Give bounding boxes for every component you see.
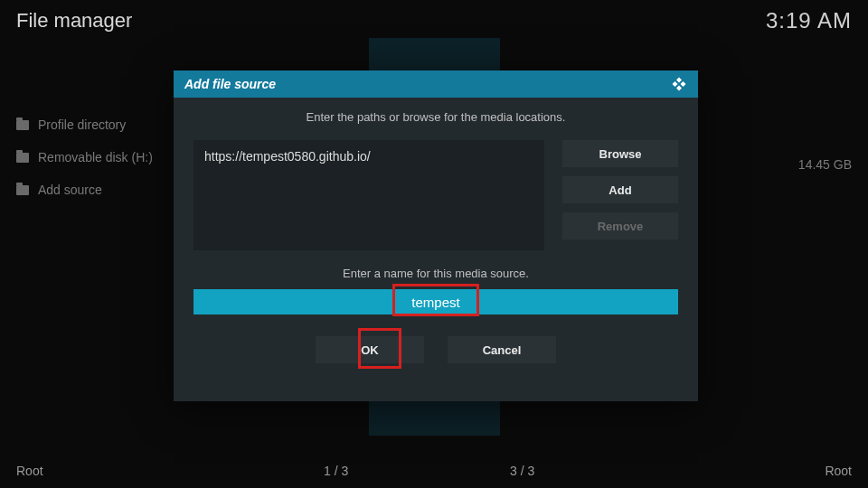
sidebar-item-profile-directory[interactable]: Profile directory [0, 108, 172, 141]
remove-button[interactable]: Remove [562, 212, 678, 239]
sidebar-item-label: Removable disk (H:) [38, 150, 153, 164]
path-input[interactable]: https://tempest0580.github.io/ [193, 140, 544, 250]
ok-button[interactable]: OK [316, 336, 424, 363]
folder-icon [16, 120, 29, 130]
footer-right-label: Root [825, 464, 852, 478]
path-button-column: Browse Add Remove [562, 140, 678, 250]
folder-icon [16, 185, 29, 195]
path-instruction: Enter the paths or browse for the media … [193, 110, 678, 124]
clock: 3:19 AM [766, 8, 852, 33]
cancel-button[interactable]: Cancel [448, 336, 556, 363]
page-title: File manager [16, 9, 132, 33]
add-button[interactable]: Add [562, 176, 678, 203]
dialog-title: Add file source [184, 77, 276, 91]
left-file-panel: Profile directory Removable disk (H:) Ad… [0, 108, 172, 206]
sidebar-item-add-source[interactable]: Add source [0, 174, 172, 206]
dialog-header: Add file source [174, 70, 698, 98]
sidebar-item-label: Add source [38, 183, 102, 197]
footer-bar: Root 1 / 3 3 / 3 Root [0, 459, 868, 483]
folder-icon [16, 153, 29, 163]
top-bar: File manager 3:19 AM [0, 0, 868, 36]
name-instruction: Enter a name for this media source. [193, 267, 678, 280]
sidebar-item-label: Profile directory [38, 117, 126, 132]
add-file-source-dialog: Add file source Enter the paths or brows… [174, 70, 698, 401]
disk-size-label: 14.45 GB [798, 157, 852, 172]
sidebar-item-removable-disk[interactable]: Removable disk (H:) [0, 141, 172, 174]
dialog-body: Enter the paths or browse for the media … [174, 98, 698, 380]
footer-counter-left: 1 / 3 [324, 464, 510, 478]
source-name-input[interactable] [193, 289, 678, 314]
browse-button[interactable]: Browse [562, 140, 678, 167]
path-row: https://tempest0580.github.io/ Browse Ad… [193, 140, 678, 250]
dialog-action-row: OK Cancel [193, 336, 678, 363]
kodi-logo-icon [671, 76, 687, 92]
name-input-wrap [193, 289, 678, 314]
footer-left-label: Root [16, 464, 324, 478]
footer-counter-right: 3 / 3 [510, 464, 709, 478]
